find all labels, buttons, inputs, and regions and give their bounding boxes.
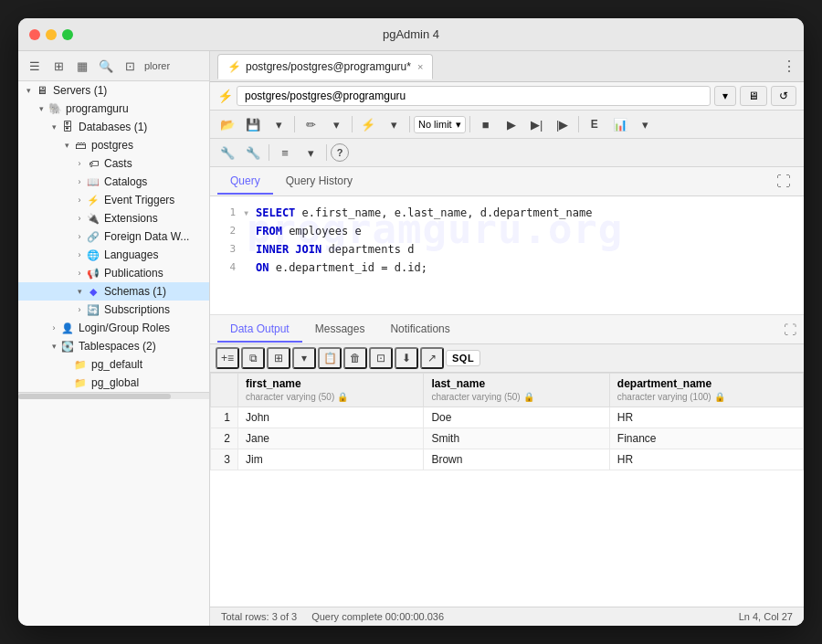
notifications-tab[interactable]: Notifications <box>377 317 462 343</box>
data-table-wrap[interactable]: first_name character varying (50)🔒 last_… <box>210 373 804 607</box>
conn-server-btn[interactable]: 🖥 <box>740 86 767 106</box>
sidebar-menu-btn[interactable]: ☰ <box>24 55 46 77</box>
copy-btn[interactable]: ⧉ <box>241 347 265 369</box>
filter-btn[interactable]: ⚡ <box>356 113 380 135</box>
cell-jane-dept[interactable]: Finance <box>609 428 803 449</box>
history-tab[interactable]: Query History <box>273 169 365 195</box>
cell-jim-dept[interactable]: HR <box>609 449 803 470</box>
col-first-name-label: first_name <box>246 377 416 390</box>
sidebar-folder-btn[interactable]: ⊡ <box>119 55 141 77</box>
explain-dropdown-btn[interactable]: ▾ <box>634 113 658 135</box>
close-button[interactable] <box>29 29 40 40</box>
sidebar-search-btn[interactable]: 🔍 <box>95 55 117 77</box>
add-row-btn[interactable]: +≡ <box>216 347 239 369</box>
sidebar-item-pg-global[interactable]: 📁 pg_global <box>18 374 209 392</box>
help-btn[interactable]: ? <box>331 143 349 162</box>
sidebar-table-btn[interactable]: ⊞ <box>47 55 69 77</box>
list-btn[interactable]: ≡ <box>273 142 297 164</box>
table-row[interactable]: 2 Jane Smith Finance <box>211 428 804 449</box>
maximize-button[interactable] <box>62 29 73 40</box>
conn-refresh-btn[interactable]: ↺ <box>771 86 796 106</box>
tab-more-btn[interactable]: ⋮ <box>782 58 796 75</box>
traffic-lights <box>29 29 73 40</box>
sidebar-item-languages[interactable]: › 🌐 Languages <box>18 246 209 264</box>
postgres-tab-close[interactable]: × <box>417 61 423 72</box>
publications-icon: 📢 <box>86 266 100 280</box>
arrow-postgres: ▾ <box>60 141 73 150</box>
run-btn[interactable]: ▶ <box>500 113 523 135</box>
filter-rows-btn[interactable]: ⊡ <box>369 347 393 369</box>
conn-dropdown-btn[interactable]: ▾ <box>714 86 736 106</box>
scratch1-btn[interactable]: 🔧 <box>216 142 239 164</box>
sidebar-item-databases[interactable]: ▾ 🗄 Databases (1) <box>18 118 209 136</box>
run2-btn[interactable]: ▶| <box>525 113 549 135</box>
save-btn[interactable]: 💾 <box>241 113 265 135</box>
catalogs-icon: 📖 <box>86 174 100 189</box>
cell-john-last[interactable]: Doe <box>424 407 609 428</box>
col-dept-name[interactable]: department_name character varying (100)🔒 <box>609 374 803 407</box>
filter-dropdown-btn[interactable]: ▾ <box>382 113 406 135</box>
cell-jane-first[interactable]: Jane <box>238 428 424 449</box>
sidebar-item-publications[interactable]: › 📢 Publications <box>18 264 209 282</box>
postgres-tab-label: postgres/postgres@programguru* <box>246 60 411 73</box>
cell-jim-last[interactable]: Brown <box>424 449 609 470</box>
edit-dropdown-btn[interactable]: ▾ <box>324 113 348 135</box>
copy-dropdown-btn[interactable]: ▾ <box>292 347 316 369</box>
cell-jim-first[interactable]: Jim <box>238 449 424 470</box>
connection-bar: ⚡ ▾ 🖥 ↺ <box>210 82 804 111</box>
cell-john-dept[interactable]: HR <box>609 407 803 428</box>
open-file-btn[interactable]: 📂 <box>216 113 239 135</box>
query-tab[interactable]: Query <box>217 169 273 195</box>
stop-btn[interactable]: ■ <box>474 113 498 135</box>
postgres-tab[interactable]: ⚡ postgres/postgres@programguru* × <box>217 54 433 79</box>
delete-btn[interactable]: 🗑 <box>343 347 367 369</box>
save-dropdown-btn[interactable]: ▾ <box>267 113 290 135</box>
graph-btn[interactable]: ↗ <box>420 347 444 369</box>
languages-icon: 🌐 <box>86 248 100 262</box>
cell-jane-last[interactable]: Smith <box>424 428 609 449</box>
sidebar-item-postgres-db[interactable]: ▾ 🗃 postgres <box>18 136 209 154</box>
col-first-name[interactable]: first_name character varying (50)🔒 <box>238 374 424 407</box>
edit-btn[interactable]: ✏ <box>299 113 322 135</box>
sidebar-item-pg-default[interactable]: 📁 pg_default <box>18 355 209 374</box>
table-row[interactable]: 1 John Doe HR <box>211 407 804 428</box>
results-area: Data Output Messages Notifications ⛶ +≡ … <box>210 315 804 607</box>
col-last-name[interactable]: last_name character varying (50)🔒 <box>424 374 609 407</box>
download-btn[interactable]: ⬇ <box>395 347 418 369</box>
minimize-button[interactable] <box>46 29 57 40</box>
messages-tab[interactable]: Messages <box>302 317 378 343</box>
sidebar-scrollbar[interactable] <box>18 392 209 399</box>
cell-john-first[interactable]: John <box>238 407 424 428</box>
list-dropdown-btn[interactable]: ▾ <box>299 142 322 164</box>
sidebar-item-servers[interactable]: ▾ 🖥 Servers (1) <box>18 81 209 100</box>
limit-dropdown[interactable]: No limit ▾ <box>414 116 466 133</box>
sidebar-item-catalogs[interactable]: › 📖 Catalogs <box>18 173 209 191</box>
sidebar-item-event-triggers[interactable]: › ⚡ Event Triggers <box>18 191 209 209</box>
explain-analyze-btn[interactable]: 📊 <box>608 113 632 135</box>
sidebar-item-casts[interactable]: › 🏷 Casts <box>18 154 209 173</box>
connection-input[interactable] <box>237 86 711 106</box>
sidebar-item-login-roles[interactable]: › 👤 Login/Group Roles <box>18 319 209 337</box>
paste-btn[interactable]: 📋 <box>318 347 342 369</box>
col-first-name-type: character varying (50)🔒 <box>246 392 348 402</box>
sidebar-item-programguru[interactable]: ▾ 🐘 programguru <box>18 100 209 118</box>
run3-btn[interactable]: |▶ <box>551 113 574 135</box>
sidebar-item-extensions[interactable]: › 🔌 Extensions <box>18 209 209 227</box>
code-editor[interactable]: programguru.org 1 ▾ SELECT e.first_name,… <box>210 196 804 315</box>
toolbar2: 🔧 🔧 ≡ ▾ ? <box>210 139 804 167</box>
sidebar-item-foreign-data[interactable]: › 🔗 Foreign Data W... <box>18 227 209 246</box>
scratch2-btn[interactable]: 🔧 <box>241 142 265 164</box>
query-expand-btn[interactable]: ⛶ <box>771 174 796 190</box>
col-dept-name-type: character varying (100)🔒 <box>617 392 725 402</box>
sidebar-item-subscriptions[interactable]: › 🔄 Subscriptions <box>18 301 209 319</box>
data-output-tab[interactable]: Data Output <box>217 317 302 343</box>
extensions-icon: 🔌 <box>86 211 100 226</box>
table-row[interactable]: 3 Jim Brown HR <box>211 449 804 470</box>
copy-rows-btn[interactable]: ⊞ <box>267 347 290 369</box>
sidebar-col-btn[interactable]: ▦ <box>71 55 93 77</box>
explain-btn[interactable]: E <box>583 113 606 135</box>
sidebar-item-tablespaces[interactable]: ▾ 💽 Tablespaces (2) <box>18 337 209 355</box>
event-triggers-icon: ⚡ <box>86 193 100 207</box>
sidebar-item-schemas[interactable]: ▾ ◆ Schemas (1) <box>18 282 209 301</box>
results-expand-btn[interactable]: ⛶ <box>784 322 796 337</box>
